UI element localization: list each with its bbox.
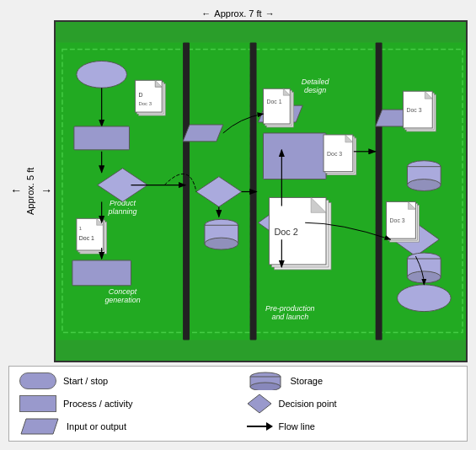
svg-rect-7	[376, 43, 382, 340]
svg-text:Doc 2: Doc 2	[274, 227, 298, 237]
legend-item-process: Process / activity	[19, 394, 230, 414]
storage-shape	[247, 372, 284, 390]
svg-rect-31	[72, 260, 131, 286]
input-output-shape	[19, 417, 60, 436]
svg-rect-48	[263, 133, 326, 179]
x-label-text: Approx. 7 ft	[214, 8, 261, 19]
flow-line-shape	[247, 426, 272, 427]
svg-point-74	[398, 285, 452, 312]
svg-marker-45	[183, 125, 223, 142]
legend-item-decision: Decision point	[247, 394, 457, 414]
x-arrow-right: →	[265, 8, 275, 19]
y-arrow-down: ↓	[39, 189, 52, 195]
svg-text:Doc 3: Doc 3	[406, 107, 421, 113]
svg-rect-5	[183, 43, 190, 340]
svg-text:D: D	[138, 92, 142, 98]
storage-label: Storage	[291, 376, 324, 386]
y-dimension-label: ↑ Approx. 5 ft ↓	[8, 20, 52, 362]
diagram-box: Product planning Concept generation Pre-…	[54, 20, 468, 362]
outer-container: ← Approx. 7 ft → ↑ Approx. 5 ft ↓	[0, 0, 476, 450]
svg-text:Concept: Concept	[109, 287, 137, 296]
start-stop-label: Start / stop	[63, 376, 108, 386]
svg-rect-86	[74, 126, 130, 150]
legend-item-flow-line: Flow line	[247, 417, 457, 436]
x-dimension-label: ← Approx. 7 ft →	[201, 8, 274, 19]
svg-text:Doc 3: Doc 3	[327, 151, 342, 157]
input-output-label: Input or output	[67, 421, 126, 431]
process-label: Process / activity	[63, 399, 133, 409]
legend-item-input-output: Input or output	[19, 417, 230, 436]
decision-shape	[247, 394, 272, 414]
svg-text:and launch: and launch	[271, 313, 308, 321]
svg-point-16	[77, 61, 127, 88]
svg-text:Pre-production: Pre-production	[265, 304, 315, 313]
start-stop-shape	[19, 372, 56, 389]
process-shape	[19, 395, 56, 412]
svg-text:Doc 3: Doc 3	[138, 101, 152, 106]
svg-text:Doc 1: Doc 1	[266, 99, 281, 104]
svg-marker-91	[21, 419, 58, 434]
y-label-text: Approx. 5 ft	[25, 168, 35, 215]
diagram-wrapper: ↑ Approx. 5 ft ↓	[8, 20, 468, 362]
diagram-svg: Product planning Concept generation Pre-…	[56, 22, 466, 361]
svg-text:planning: planning	[108, 207, 137, 216]
x-arrow-left: ←	[201, 8, 211, 19]
legend: Start / stop Storage Process / activity …	[8, 366, 468, 442]
legend-item-storage: Storage	[247, 372, 457, 390]
legend-item-start-stop: Start / stop	[19, 372, 230, 390]
svg-text:generation: generation	[104, 296, 140, 304]
svg-text:Doc 3: Doc 3	[390, 217, 405, 223]
y-arrow-up: ↑	[8, 189, 22, 195]
svg-text:Doc 1: Doc 1	[79, 235, 94, 241]
svg-marker-90	[248, 394, 271, 413]
svg-text:design: design	[304, 86, 326, 94]
decision-label: Decision point	[279, 399, 337, 409]
svg-point-89	[250, 383, 281, 390]
svg-point-38	[205, 238, 238, 249]
svg-text:Detailed: Detailed	[302, 78, 330, 86]
flow-line-label: Flow line	[279, 421, 315, 431]
svg-point-41	[407, 179, 441, 191]
diagram-column: Product planning Concept generation Pre-…	[54, 20, 468, 362]
